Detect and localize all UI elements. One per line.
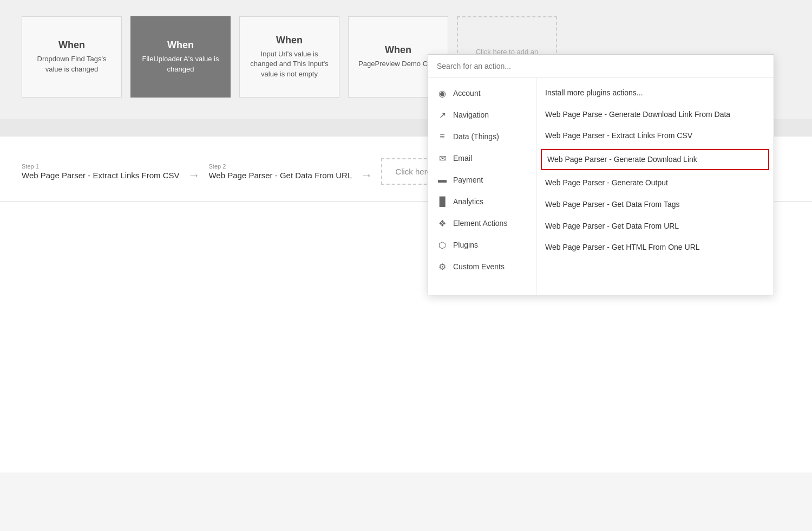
event-when-label: When (385, 44, 411, 56)
search-input[interactable] (437, 62, 765, 70)
step-number: Step 2 (208, 163, 352, 170)
actions-list: Install more plugins actions...Web Page … (536, 78, 774, 295)
category-item-account[interactable]: ◉Account (428, 82, 536, 104)
category-label-element-actions: Element Actions (453, 219, 507, 228)
panel-body: ◉Account↗Navigation≡Data (Things)✉Email▬… (428, 78, 774, 295)
step-item-1: Step 1Web Page Parser - Extract Links Fr… (22, 163, 179, 180)
category-item-element-actions[interactable]: ❖Element Actions (428, 212, 536, 234)
event-description: FileUploader A's value is changed (140, 54, 221, 74)
event-card-event3[interactable]: WhenInput Url's value is changed and Thi… (239, 16, 339, 98)
category-label-payment: Payment (453, 176, 483, 184)
event-card-event1[interactable]: WhenDropdown Find Tags's value is change… (22, 16, 122, 98)
event-when-label: When (276, 35, 303, 46)
element-actions-icon: ❖ (437, 218, 448, 229)
category-item-plugins[interactable]: ⬡Plugins (428, 234, 536, 256)
action-item-generate-download-link[interactable]: Web Page Parser - Generate Download Link (541, 149, 769, 171)
category-item-data[interactable]: ≡Data (Things) (428, 126, 536, 147)
step-arrow-icon: → (188, 161, 200, 183)
category-label-plugins: Plugins (453, 241, 478, 249)
event-card-event2[interactable]: WhenFileUploader A's value is changed (130, 16, 231, 98)
action-item-generate-output[interactable]: Web Page Parser - Generate Output (536, 172, 774, 194)
category-label-custom-events: Custom Events (453, 262, 505, 271)
step-item-2: Step 2Web Page Parser - Get Data From UR… (208, 163, 352, 180)
category-label-email: Email (453, 154, 472, 163)
event-when-label: When (58, 40, 85, 51)
plugins-icon: ⬡ (437, 239, 448, 250)
step-title: Web Page Parser - Extract Links From CSV (22, 171, 179, 180)
category-label-account: Account (453, 89, 481, 98)
search-bar[interactable] (428, 55, 774, 78)
analytics-icon: ▐▌ (437, 196, 448, 207)
category-label-data: Data (Things) (453, 132, 499, 141)
event-when-label: When (167, 40, 194, 51)
category-item-navigation[interactable]: ↗Navigation (428, 104, 536, 126)
action-item-get-html-from-url[interactable]: Web Page Parser - Get HTML From One URL (536, 237, 774, 258)
custom-events-icon: ⚙ (437, 261, 448, 272)
action-item-generate-download-link-from-data[interactable]: Web Page Parse - Generate Download Link … (536, 104, 774, 126)
action-item-install-more[interactable]: Install more plugins actions... (536, 82, 774, 104)
category-item-payment[interactable]: ▬Payment (428, 169, 536, 191)
event-description: PagePreview Demo Click (358, 59, 438, 69)
category-label-navigation: Navigation (453, 111, 489, 119)
step-arrow-icon: → (361, 161, 372, 183)
category-item-analytics[interactable]: ▐▌Analytics (428, 191, 536, 212)
payment-icon: ▬ (437, 174, 448, 185)
action-item-extract-links-csv[interactable]: Web Page Parser - Extract Links From CSV (536, 125, 774, 147)
account-icon: ◉ (437, 88, 448, 99)
email-icon: ✉ (437, 153, 448, 164)
step-number: Step 1 (22, 163, 179, 170)
event-description: Dropdown Find Tags's value is changed (31, 54, 113, 74)
category-item-email[interactable]: ✉Email (428, 147, 536, 169)
navigation-icon: ↗ (437, 109, 448, 120)
action-dropdown-panel: ◉Account↗Navigation≡Data (Things)✉Email▬… (428, 54, 774, 295)
category-item-custom-events[interactable]: ⚙Custom Events (428, 256, 536, 277)
action-item-get-data-from-tags[interactable]: Web Page Parser - Get Data From Tags (536, 194, 774, 216)
event-description: Input Url's value is changed and This In… (248, 49, 330, 79)
action-item-get-data-from-url[interactable]: Web Page Parser - Get Data From URL (536, 216, 774, 237)
step-title: Web Page Parser - Get Data From URL (208, 171, 352, 180)
category-label-analytics: Analytics (453, 197, 483, 206)
data-icon: ≡ (437, 131, 448, 142)
category-list: ◉Account↗Navigation≡Data (Things)✉Email▬… (428, 78, 536, 295)
